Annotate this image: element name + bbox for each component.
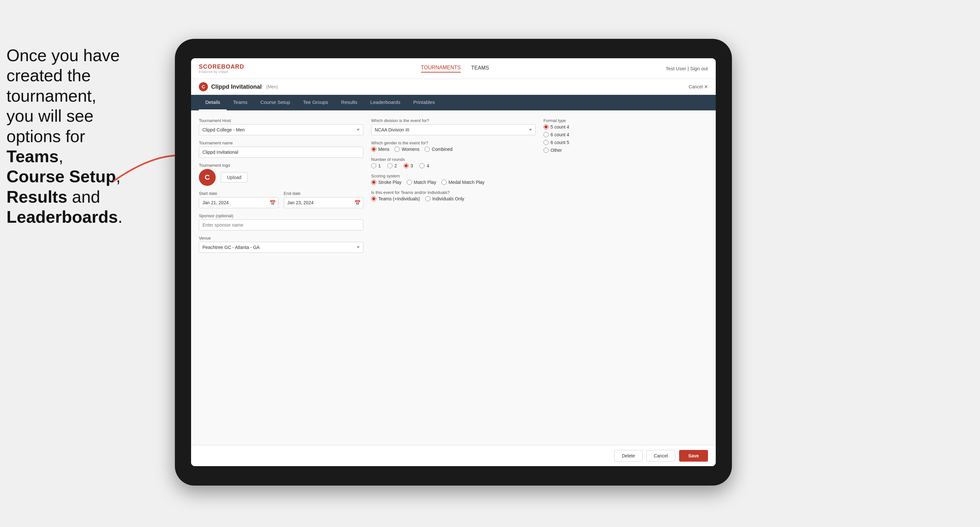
gender-combined[interactable]: Combined bbox=[425, 147, 452, 152]
start-date-wrap: 📅 bbox=[199, 197, 278, 208]
end-date-input[interactable] bbox=[284, 197, 363, 208]
format-6count5[interactable]: 6 count 5 bbox=[543, 140, 708, 145]
start-date-label: Start date bbox=[199, 191, 278, 196]
tab-printables[interactable]: Printables bbox=[407, 95, 441, 110]
annotation-line2: created the bbox=[6, 66, 91, 85]
tab-results[interactable]: Results bbox=[334, 95, 364, 110]
rounds-4[interactable]: 4 bbox=[419, 163, 429, 168]
scoring-medal-match[interactable]: Medal Match Play bbox=[441, 179, 485, 185]
start-date-input[interactable] bbox=[199, 197, 278, 208]
sponsor-input[interactable] bbox=[199, 219, 363, 230]
field-tournament-logo: Tournament logo C Upload bbox=[199, 163, 363, 186]
annotation-line1: Once you have bbox=[6, 46, 120, 65]
logo-text: SCOREBOARD bbox=[199, 63, 244, 70]
form-col-2: Which division is the event for? NCAA Di… bbox=[371, 118, 536, 253]
format-6count4[interactable]: 6 count 4 bbox=[543, 132, 708, 137]
logo-area: SCOREBOARD Powered by clippd bbox=[199, 63, 244, 73]
gender-womens-radio[interactable] bbox=[395, 147, 399, 152]
cancel-top-button[interactable]: Cancel ✕ bbox=[689, 84, 708, 89]
team-individual-label: Is this event for Teams and/or Individua… bbox=[371, 190, 536, 195]
rounds-2-radio[interactable] bbox=[387, 163, 393, 168]
field-tournament-name: Tournament name bbox=[199, 140, 363, 158]
format-6count5-radio[interactable] bbox=[543, 140, 549, 145]
rounds-3-radio[interactable] bbox=[404, 163, 409, 168]
tournament-name-input[interactable] bbox=[199, 147, 363, 158]
teams-plus-individuals[interactable]: Teams (+Individuals) bbox=[371, 196, 420, 202]
cancel-button[interactable]: Cancel bbox=[646, 450, 676, 462]
logo-sub: Powered by clippd bbox=[199, 70, 244, 73]
breadcrumb-subtitle: (Men) bbox=[266, 84, 278, 89]
gender-womens[interactable]: Womens bbox=[395, 147, 419, 152]
format-6count4-radio[interactable] bbox=[543, 132, 549, 137]
tab-tee-groups[interactable]: Tee Groups bbox=[297, 95, 335, 110]
individuals-only-radio[interactable] bbox=[425, 196, 430, 202]
individuals-only[interactable]: Individuals Only bbox=[425, 196, 465, 202]
annotation-line4: you will see bbox=[6, 106, 94, 125]
tab-leaderboards[interactable]: Leaderboards bbox=[364, 95, 407, 110]
teams-individuals-radio[interactable] bbox=[371, 196, 376, 202]
tablet: SCOREBOARD Powered by clippd TOURNAMENTS… bbox=[175, 39, 732, 486]
nav-teams[interactable]: TEAMS bbox=[471, 65, 489, 72]
user-area[interactable]: Test User | Sign out bbox=[665, 66, 708, 71]
venue-select[interactable]: Peachtree GC - Atlanta - GA bbox=[199, 242, 363, 253]
scoring-stroke[interactable]: Stroke Play bbox=[371, 179, 402, 185]
tab-teams[interactable]: Teams bbox=[227, 95, 254, 110]
gender-mens-radio[interactable] bbox=[371, 147, 376, 152]
form-grid: Tournament Host Clippd College - Men Tou… bbox=[199, 118, 708, 253]
nav-links: TOURNAMENTS TEAMS bbox=[421, 65, 489, 73]
rounds-label: Number of rounds bbox=[371, 157, 536, 162]
end-date-wrap: 📅 bbox=[284, 197, 363, 208]
breadcrumb-icon: C bbox=[199, 82, 208, 91]
tab-details[interactable]: Details bbox=[199, 95, 227, 110]
tournament-host-select[interactable]: Clippd College - Men bbox=[199, 124, 363, 135]
scoring-match-radio[interactable] bbox=[407, 179, 412, 185]
format-other-radio[interactable] bbox=[543, 148, 549, 153]
date-row: Start date 📅 End date 📅 bbox=[199, 191, 363, 208]
save-button[interactable]: Save bbox=[679, 450, 708, 462]
rounds-3[interactable]: 3 bbox=[404, 163, 413, 168]
team-individual-radio-group: Teams (+Individuals) Individuals Only bbox=[371, 196, 536, 202]
rounds-4-radio[interactable] bbox=[419, 163, 425, 168]
field-rounds: Number of rounds 1 2 bbox=[371, 157, 536, 168]
breadcrumb-title: Clippd Invitational bbox=[211, 84, 262, 90]
venue-label: Venue bbox=[199, 236, 363, 241]
tournament-name-label: Tournament name bbox=[199, 140, 363, 145]
gender-radio-group: Mens Womens Combined bbox=[371, 147, 536, 152]
tablet-screen: SCOREBOARD Powered by clippd TOURNAMENTS… bbox=[191, 58, 716, 466]
breadcrumb-content: C Clippd Invitational (Men) bbox=[199, 82, 278, 91]
form-col-3: Format type 5 count 4 6 count 4 bbox=[543, 118, 708, 253]
tab-course-setup[interactable]: Course Setup bbox=[254, 95, 297, 110]
annotation-leaderboards: Leaderboards bbox=[6, 208, 118, 226]
scoring-medal-match-radio[interactable] bbox=[441, 179, 447, 185]
gender-mens[interactable]: Mens bbox=[371, 147, 389, 152]
top-nav: SCOREBOARD Powered by clippd TOURNAMENTS… bbox=[191, 58, 716, 79]
scoring-match[interactable]: Match Play bbox=[407, 179, 436, 185]
delete-button[interactable]: Delete bbox=[614, 450, 642, 462]
annotation-results: Results bbox=[6, 187, 67, 206]
form-col-1: Tournament Host Clippd College - Men Tou… bbox=[199, 118, 363, 253]
format-5count4[interactable]: 5 count 4 bbox=[543, 124, 708, 130]
tab-bar: Details Teams Course Setup Tee Groups Re… bbox=[191, 95, 716, 110]
nav-tournaments[interactable]: TOURNAMENTS bbox=[421, 65, 461, 73]
footer-bar: Delete Cancel Save bbox=[191, 445, 716, 466]
annotation-line5: options for bbox=[6, 127, 85, 146]
field-format-type: Format type 5 count 4 6 count 4 bbox=[543, 118, 708, 153]
rounds-2[interactable]: 2 bbox=[387, 163, 397, 168]
start-date-icon: 📅 bbox=[269, 200, 276, 206]
tournament-host-label: Tournament Host bbox=[199, 118, 363, 123]
scoring-stroke-radio[interactable] bbox=[371, 179, 376, 185]
format-5count4-radio[interactable] bbox=[543, 124, 549, 130]
field-venue: Venue Peachtree GC - Atlanta - GA bbox=[199, 236, 363, 253]
breadcrumb-row: C Clippd Invitational (Men) Cancel ✕ bbox=[191, 79, 716, 95]
annotation-line3: tournament, bbox=[6, 86, 97, 105]
rounds-1-radio[interactable] bbox=[371, 163, 376, 168]
end-date-icon: 📅 bbox=[354, 200, 361, 206]
field-scoring: Scoring system Stroke Play Match Play bbox=[371, 173, 536, 185]
upload-button[interactable]: Upload bbox=[221, 172, 247, 183]
format-type-label: Format type bbox=[543, 118, 708, 123]
format-other[interactable]: Other bbox=[543, 148, 708, 153]
division-select[interactable]: NCAA Division III bbox=[371, 124, 536, 135]
gender-combined-radio[interactable] bbox=[425, 147, 430, 152]
rounds-1[interactable]: 1 bbox=[371, 163, 381, 168]
sponsor-label: Sponsor (optional) bbox=[199, 213, 363, 218]
